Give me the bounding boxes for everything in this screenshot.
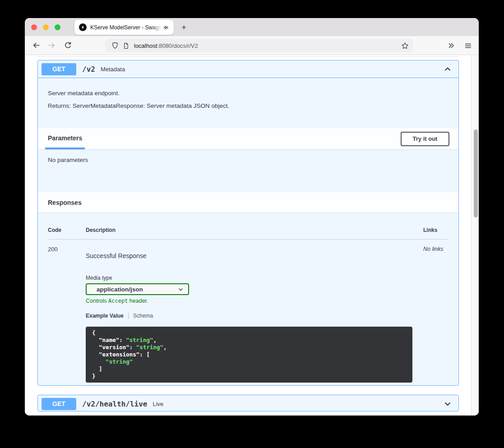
browser-window: KServe ModelServer - Swagger × + localho… [25, 18, 479, 416]
column-header-description: Description [86, 227, 423, 233]
navigation-bar: localhost:8080/docs#/V2 [25, 36, 479, 55]
scrollbar-thumb[interactable] [474, 129, 478, 217]
media-type-label: Media type [86, 275, 423, 281]
accept-note-prefix: Controls [86, 298, 108, 304]
column-header-code: Code [48, 227, 86, 233]
swagger-page: GET /v2 Metadata Server metadata endpoin… [25, 55, 479, 416]
url-host: localhost [134, 42, 157, 49]
tab-schema[interactable]: Schema [133, 313, 153, 319]
url-text: localhost:8080/docs#/V2 [134, 42, 399, 49]
parameters-section-header: Parameters Try it out [38, 128, 458, 149]
description-line: Returns: ServerMetadataResponse: Server … [48, 102, 449, 109]
close-window-button[interactable] [31, 24, 37, 30]
responses-table-header-row: Code Description Links [48, 227, 449, 240]
method-badge: GET [42, 398, 76, 410]
back-arrow-icon[interactable] [29, 39, 43, 52]
endpoint-description: Server metadata endpoint. Returns: Serve… [38, 78, 458, 128]
fastapi-lightning-favicon [79, 23, 87, 31]
minimize-window-button[interactable] [43, 24, 49, 30]
method-badge: GET [42, 63, 76, 75]
opblock-get-v2: GET /v2 Metadata Server metadata endpoin… [37, 60, 459, 386]
zoom-window-button[interactable] [55, 24, 60, 30]
url-path: :8080/docs#/V2 [157, 42, 198, 49]
response-row-200: 200 Successful Response Media type appli… [48, 240, 449, 383]
endpoint-path: /v2 [82, 65, 95, 74]
chevron-down-icon [178, 286, 184, 292]
response-code: 200 [48, 245, 86, 383]
tab-example-value[interactable]: Example Value [86, 313, 124, 319]
responses-section-header: Responses [38, 192, 458, 212]
response-description: Successful Response [86, 252, 423, 259]
bookmark-star-icon[interactable] [399, 40, 410, 51]
opblock-health-header[interactable]: GET /v2/health/live Live [38, 395, 458, 411]
tab-separator [128, 313, 129, 319]
media-type-value: application/json [97, 286, 143, 293]
try-it-out-button[interactable]: Try it out [401, 132, 449, 146]
endpoint-summary: Metadata [101, 66, 125, 73]
page-icon[interactable] [120, 40, 131, 51]
section-divider [37, 56, 459, 57]
opblock-get-v2-health-live: GET /v2/health/live Live [37, 395, 459, 411]
tab-bar: KServe ModelServer - Swagger × + [25, 18, 479, 36]
browser-tab[interactable]: KServe ModelServer - Swagger × [74, 20, 174, 35]
traffic-lights [31, 24, 60, 30]
endpoint-path: /v2/health/live [82, 400, 148, 408]
tab-close-icon[interactable]: × [162, 23, 171, 32]
no-parameters-text: No parameters [38, 149, 458, 192]
forward-arrow-icon[interactable] [45, 39, 58, 52]
accept-note-code: Accept [108, 298, 128, 304]
accept-header-note: Controls Accept header. [86, 298, 423, 304]
tab-parameters[interactable]: Parameters [45, 128, 85, 149]
example-schema-tabs: Example Value Schema [86, 313, 423, 319]
media-type-select[interactable]: application/json [86, 283, 189, 295]
shield-icon[interactable] [110, 40, 120, 51]
column-header-links: Links [423, 227, 449, 233]
description-line: Server metadata endpoint. [48, 90, 449, 97]
responses-title: Responses [48, 199, 82, 206]
scrollbar-track[interactable] [471, 55, 479, 416]
responses-table: Code Description Links 200 Successful Re… [38, 212, 458, 386]
url-bar[interactable]: localhost:8080/docs#/V2 [105, 39, 413, 52]
response-links: No links [423, 245, 449, 383]
reload-icon[interactable] [61, 39, 74, 52]
accept-note-suffix: header. [128, 298, 148, 304]
overflow-chevrons-icon[interactable] [444, 39, 458, 52]
hamburger-menu-icon[interactable] [461, 39, 475, 52]
new-tab-button[interactable]: + [178, 22, 190, 33]
chevron-up-icon[interactable] [443, 65, 452, 74]
response-description-cell: Successful Response Media type applicati… [86, 245, 423, 383]
opblock-get-v2-header[interactable]: GET /v2 Metadata [38, 60, 458, 78]
example-json-code[interactable]: { "name": "string", "version": "string",… [86, 327, 412, 383]
chevron-down-icon[interactable] [443, 399, 452, 408]
endpoint-summary: Live [153, 401, 164, 407]
